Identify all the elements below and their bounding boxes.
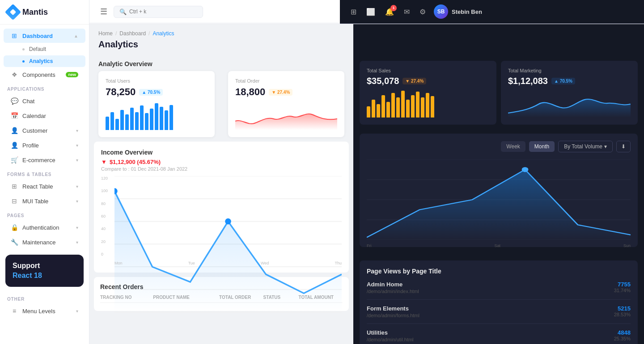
sidebar-nav: ⊞ Dashboard ▲ Default Analytics ❖ Compon…: [0, 25, 89, 344]
sidebar-item-components[interactable]: ❖ Components new: [4, 67, 85, 82]
sidebar-item-calendar[interactable]: 📅 Calendar: [4, 109, 85, 123]
page-views-list: Admin Home /demo/admin/index.html 7755 3…: [367, 281, 631, 344]
user-avatar: SB: [434, 4, 448, 19]
breadcrumb-dashboard: Dashboard: [119, 30, 146, 37]
topbar-search-box[interactable]: 🔍: [114, 6, 203, 18]
support-banner[interactable]: Support React 18: [5, 255, 84, 287]
section-other: Other: [0, 292, 89, 303]
maintenance-icon: 🔧: [11, 239, 18, 246]
menu-levels-label: Menu Levels: [22, 308, 55, 315]
mail-button[interactable]: ✉: [402, 6, 411, 18]
income-title: Income Overview: [101, 149, 342, 156]
card-total-sales: Total Sales $35,078 ▼ 27.4%: [360, 61, 496, 125]
svg-point-7: [114, 188, 118, 194]
search-input[interactable]: [129, 8, 183, 15]
dashboard-icon: ⊞: [11, 32, 18, 39]
section-applications: Applications: [0, 82, 89, 93]
sidebar-item-authentication[interactable]: 🔒 Authentication ▾: [4, 220, 85, 235]
section-forms: Forms & Tables: [0, 168, 89, 179]
chat-icon: 💬: [11, 97, 18, 105]
pv-url: /demo/admin/util.html: [367, 337, 414, 342]
download-button[interactable]: ⬇: [616, 141, 631, 152]
card-total-marketing: Total Marketing $1,12,083 ▲ 70.5%: [501, 61, 638, 125]
topbar-light: ☰ 🔍: [89, 0, 340, 23]
grid-button[interactable]: ⊞: [349, 6, 358, 18]
main-area: ☰ 🔍 ⊞ ⬜ 🔔 1 ✉ ⚙ SB Stebin Ben: [89, 0, 644, 344]
breadcrumb-analytics: Analytics: [153, 30, 174, 37]
cards-row-left: Total Users 78,250 ▲ 70.5%: [89, 71, 353, 142]
profile-label: Profile: [22, 142, 39, 149]
order-area-chart: [235, 103, 337, 130]
svg-point-14: [522, 167, 529, 172]
income-line-chart: 120 100 80 60 40 20 0: [101, 176, 342, 265]
sidebar-item-profile[interactable]: 👤 Profile ▾: [4, 138, 85, 152]
window-button[interactable]: ⬜: [364, 6, 377, 18]
components-badge: new: [66, 72, 78, 77]
sidebar-item-customer[interactable]: 👤 Customer ▾: [4, 123, 85, 138]
breadcrumb-home: Home: [98, 30, 113, 37]
cards-row-right: Total Sales $35,078 ▼ 27.4%: [360, 24, 638, 125]
svg-point-8: [225, 218, 231, 225]
sidebar-item-menu-levels[interactable]: ≡ Menu Levels ▾: [4, 304, 85, 318]
analytics-label: Analytics: [29, 58, 53, 64]
customer-label: Customer: [22, 127, 47, 134]
sidebar-item-chat[interactable]: 💬 Chat: [4, 94, 85, 108]
maintenance-chevron: ▾: [76, 240, 78, 245]
income-dark-chart: Fri Sat Sun: [367, 159, 631, 240]
components-label: Components: [22, 71, 55, 78]
sidebar-item-react-table[interactable]: ⊞ React Table ▾: [4, 179, 85, 193]
pv-url: /demo/admin/forms.html: [367, 313, 419, 318]
settings-button[interactable]: ⚙: [418, 6, 428, 18]
week-button[interactable]: Week: [501, 141, 525, 152]
ecommerce-chevron: ▾: [76, 158, 78, 163]
customer-icon: 👤: [11, 127, 18, 134]
sidebar-sub-default[interactable]: Default: [4, 43, 85, 55]
menu-levels-chevron: ▾: [76, 309, 78, 314]
page-title: Analytics: [98, 39, 344, 50]
react-table-icon: ⊞: [11, 183, 18, 190]
hamburger-button[interactable]: ☰: [98, 5, 109, 18]
sidebar-item-maintenance[interactable]: 🔧 Maintenance ▾: [4, 235, 85, 249]
chat-label: Chat: [22, 98, 34, 105]
react-table-chevron: ▾: [76, 184, 78, 189]
sales-bar-chart: [367, 91, 489, 117]
maintenance-label: Maintenance: [22, 239, 55, 246]
pv-url: /demo/admin/index.html: [367, 289, 419, 294]
pv-pct: 28.53%: [614, 312, 631, 317]
pv-pct: 25.35%: [614, 336, 631, 341]
user-info[interactable]: SB Stebin Ben: [434, 4, 482, 19]
analytic-overview-title: Analytic Overview: [89, 60, 353, 71]
topbar-dark-right: ⊞ ⬜ 🔔 1 ✉ ⚙ SB Stebin Ben: [340, 0, 644, 24]
auth-label: Authentication: [22, 224, 59, 231]
income-arrow: ▼: [101, 159, 107, 165]
sub-dot-analytics: [22, 60, 25, 63]
dashboard-label: Dashboard: [22, 33, 53, 39]
profile-chevron: ▾: [76, 143, 78, 148]
users-bar-chart: [106, 103, 208, 130]
topbar: ☰ 🔍 ⊞ ⬜ 🔔 1 ✉ ⚙ SB Stebin Ben: [89, 0, 644, 24]
pv-name: Form Elements: [367, 305, 419, 312]
pv-pct: 31.74%: [614, 288, 631, 293]
content-right: Total Sales $35,078 ▼ 27.4%: [353, 24, 644, 344]
volume-button[interactable]: By Total Volume ▾: [558, 141, 613, 152]
content-left: Home / Dashboard / Analytics Analytics A…: [89, 24, 353, 344]
notification-button[interactable]: 🔔 1: [383, 6, 396, 18]
sidebar-item-dashboard[interactable]: ⊞ Dashboard ▲: [4, 29, 85, 43]
pv-count: 7755: [614, 281, 631, 288]
month-button[interactable]: Month: [529, 141, 555, 152]
mui-table-icon: ⊟: [11, 197, 18, 205]
card-total-users: Total Users 78,250 ▲ 70.5%: [98, 71, 215, 137]
sidebar-sub-analytics[interactable]: Analytics: [4, 55, 85, 67]
content-main: Home / Dashboard / Analytics Analytics A…: [89, 24, 644, 344]
marketing-chart: [508, 91, 631, 117]
page-header: Home / Dashboard / Analytics Analytics: [89, 24, 353, 60]
sidebar-item-mui-table[interactable]: ⊟ MUI Table ▾: [4, 194, 85, 208]
page-views-title: Page Views by Page Title: [367, 268, 631, 275]
auth-chevron: ▾: [76, 225, 78, 230]
user-initials: SB: [437, 8, 445, 15]
notification-badge: 1: [390, 5, 397, 11]
pv-count: 4848: [614, 329, 631, 336]
sidebar-item-ecommerce[interactable]: 🛒 E-commerce ▾: [4, 153, 85, 167]
auth-icon: 🔒: [11, 224, 18, 231]
search-icon: 🔍: [119, 8, 127, 15]
